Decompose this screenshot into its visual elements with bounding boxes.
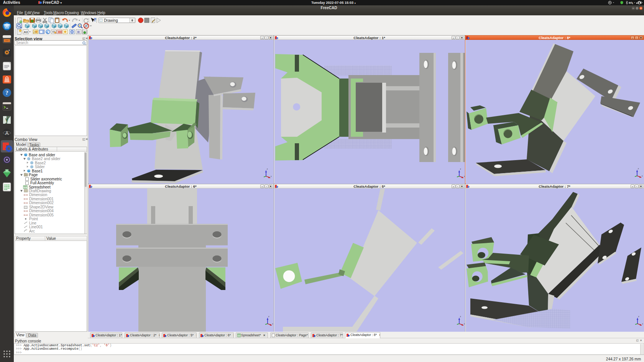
svg-text:Shape2DView: Shape2DView	[29, 205, 54, 209]
svg-text:Slider: Slider	[35, 165, 45, 169]
svg-text:A3: A3	[24, 30, 28, 34]
svg-text:Base2: Base2	[35, 161, 46, 165]
svg-text:Dimension004: Dimension004	[29, 209, 54, 213]
svg-text:Arc: Arc	[29, 229, 35, 233]
svg-text:Drawing: Drawing	[104, 18, 118, 23]
svg-text:1: 1	[632, 2, 633, 5]
svg-text:Base1: Base1	[32, 169, 43, 173]
svg-text:Base and slider: Base and slider	[29, 153, 56, 157]
svg-text:Full Assembly: Full Assembly	[30, 181, 54, 185]
svg-text:Point: Point	[29, 217, 38, 221]
svg-text:V: V	[5, 118, 8, 123]
svg-text:?: ?	[5, 90, 8, 96]
svg-text:Dimension: Dimension	[29, 193, 47, 197]
svg-text:Page: Page	[29, 173, 38, 177]
svg-text:Dimension005: Dimension005	[29, 213, 54, 217]
svg-text:Base2 and slider: Base2 and slider	[32, 157, 61, 161]
svg-text:?: ?	[94, 17, 96, 23]
svg-text:Dimension002: Dimension002	[29, 201, 54, 205]
svg-text:Dimension001: Dimension001	[29, 197, 54, 201]
svg-text:Slider axonometric: Slider axonometric	[30, 177, 62, 181]
svg-text:A: A	[5, 130, 9, 136]
svg-text:Line001: Line001	[29, 225, 43, 229]
svg-text:Line: Line	[29, 221, 36, 225]
svg-text:DraftDrawing: DraftDrawing	[29, 189, 51, 193]
